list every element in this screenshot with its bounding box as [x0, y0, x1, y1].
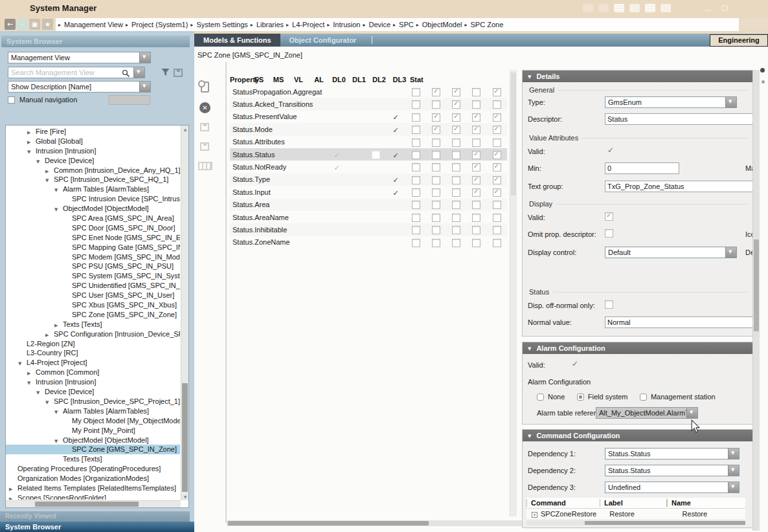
breadcrumb-item[interactable]: ▸ Libraries — [251, 21, 284, 28]
tree-item[interactable]: SPC Enet Node [GMS_SPC_IN_EnetN — [6, 233, 180, 243]
column-header[interactable]: DL3 — [389, 76, 410, 83]
tree-item[interactable]: Common [Common] — [6, 368, 180, 377]
tree-item[interactable]: Scopes [ScopesRootFolder] — [6, 493, 180, 500]
normal-value-field[interactable] — [605, 316, 753, 328]
tree-item[interactable]: SPC [Intrusion_Device_SPC_HQ_1] — [6, 175, 180, 184]
tree-item[interactable]: SPC Intrusion Device [SPC_Intrusion_ — [6, 194, 180, 204]
tree-expander-icon[interactable] — [54, 186, 63, 195]
checkbox-checked[interactable]: ✓ — [493, 163, 501, 172]
dropdown-button[interactable] — [728, 449, 739, 459]
scroll-down-icon[interactable]: ▼ — [183, 494, 188, 499]
tree-expander-icon[interactable] — [36, 388, 45, 398]
checkbox-unchecked[interactable] — [412, 176, 420, 184]
maximize-icon[interactable] — [721, 5, 728, 11]
property-row[interactable]: Status.Type ✓ ✓ ✓ — [230, 173, 507, 186]
dependency-dropdown[interactable]: Status.Status — [605, 448, 740, 460]
tree-item[interactable]: Intrusion [Intrusion] — [6, 377, 180, 387]
column-header[interactable]: AL — [309, 76, 329, 83]
checkbox-checked[interactable]: ✓ — [493, 126, 501, 134]
minimize-icon[interactable] — [705, 5, 711, 11]
tree-item[interactable]: Device [Device] — [6, 156, 180, 166]
tree-item[interactable]: SPC Unidentified [GMS_SPC_IN_Unid — [6, 281, 180, 291]
alarm-configuration-header[interactable]: ▼Alarm Configuration — [523, 342, 753, 354]
checkbox-checked[interactable]: ✓ — [472, 126, 480, 134]
breadcrumb-item[interactable]: ▸ SPC Zone — [465, 21, 504, 28]
property-row[interactable]: Status.Area — [230, 199, 507, 211]
checkbox-checked[interactable]: ✓ — [493, 176, 501, 184]
checkbox-checked[interactable]: ✓ — [472, 151, 480, 159]
list-layout-icon[interactable] — [614, 4, 624, 12]
property-row[interactable]: Status.Attributes — [230, 136, 507, 148]
descriptor-field[interactable] — [605, 113, 753, 125]
breadcrumb-item[interactable]: ▸ ObjectModel — [416, 21, 462, 28]
table-horizontal-scrollbar[interactable] — [227, 520, 570, 526]
checkbox-unchecked[interactable] — [452, 201, 460, 209]
tree-expander-icon[interactable] — [18, 359, 27, 369]
tree-item[interactable]: My Point [My_Point] — [6, 426, 180, 436]
checkbox-unchecked[interactable] — [452, 163, 460, 172]
min-field[interactable] — [605, 162, 679, 174]
dropdown-button[interactable] — [139, 82, 150, 92]
expand-icon[interactable]: + — [532, 512, 537, 518]
checkbox-checked[interactable]: ✓ — [472, 176, 480, 184]
tab[interactable]: Models & Functions — [194, 34, 280, 47]
radio-option[interactable]: Field system — [577, 393, 628, 401]
table-vertical-scrollbar[interactable] — [510, 70, 517, 516]
tree-item[interactable]: SPC System [GMS_SPC_IN_System] — [6, 271, 180, 281]
checkbox-unchecked[interactable] — [432, 239, 440, 247]
checkbox-checked[interactable]: ✓ — [493, 151, 501, 159]
checkbox-checked[interactable]: ✓ — [493, 188, 501, 197]
property-row[interactable]: Status.PresentValue ✓ ✓ ✓ ✓ ✓ — [230, 111, 507, 123]
scrollbar-thumb[interactable] — [228, 521, 429, 526]
column-header[interactable]: Command — [526, 499, 600, 507]
tree-item[interactable]: ObjectModel [ObjectModel] — [6, 204, 180, 214]
property-row[interactable]: Status.NotReady ✓ ✓ ✓ — [230, 161, 507, 173]
tree-item[interactable]: Alarm Tables [AlarmTables] — [6, 406, 180, 416]
checkbox-unchecked[interactable] — [432, 201, 440, 209]
tree-item[interactable]: Related Items Templates [RelatedItemsTem… — [6, 483, 180, 493]
checkbox-unchecked[interactable] — [472, 100, 480, 109]
display-control-dropdown[interactable]: Default — [605, 247, 737, 258]
layout-icon-1[interactable] — [583, 4, 593, 12]
checkbox-checked[interactable]: ✓ — [472, 113, 480, 122]
checkbox-unchecked[interactable] — [412, 139, 420, 147]
scroll-up-icon[interactable]: ▲ — [183, 127, 188, 131]
breadcrumb-item[interactable]: ▸ Device — [363, 21, 390, 28]
text-group-field[interactable] — [605, 181, 753, 192]
column-header[interactable]: Name — [667, 499, 691, 507]
tree-expander-icon[interactable] — [9, 494, 17, 500]
checkbox-unchecked[interactable] — [605, 229, 613, 238]
property-row[interactable]: Status.Inhibitable — [230, 223, 507, 236]
view-selector[interactable]: Management View — [8, 52, 151, 63]
tree-item[interactable]: L4-Project [Project] — [6, 358, 180, 368]
checkbox-unchecked[interactable] — [432, 188, 440, 197]
checkbox-checked[interactable]: ✓ — [432, 126, 440, 134]
checkbox-unchecked[interactable] — [605, 300, 613, 309]
property-row[interactable]: Status.Acked_Transitions ✓ — [230, 98, 507, 110]
column-header[interactable]: FS — [249, 76, 269, 83]
breadcrumb-item[interactable]: ▸ SPC — [393, 21, 414, 28]
checkbox-unchecked[interactable] — [432, 100, 440, 109]
tree-item[interactable]: SPC Configuration [Intrusion_Device_SPC_… — [6, 329, 180, 339]
tree-item[interactable]: SPC [Intrusion_Device_SPC_Project_1] — [6, 397, 180, 406]
property-row[interactable]: Status.AreaName — [230, 211, 507, 223]
checkbox-unchecked[interactable] — [452, 226, 460, 234]
engineering-mode-button[interactable]: Engineering — [710, 34, 768, 47]
tree-item[interactable]: SPC Mapping Gate [GMS_SPC_IN_Ma — [6, 243, 180, 252]
manual-navigation-button[interactable] — [109, 95, 150, 105]
checkbox-unchecked[interactable] — [493, 139, 501, 147]
import-model-icon[interactable] — [201, 82, 209, 93]
split-pane-icon[interactable] — [645, 4, 655, 12]
checkbox-unchecked[interactable] — [412, 201, 420, 209]
command-row[interactable]: +SPCZoneRestore Restore Restore — [526, 509, 745, 519]
save-search-icon[interactable] — [174, 68, 183, 80]
tree-item[interactable]: Fire [Fire] — [6, 127, 180, 137]
tree-item[interactable]: SPC PSU [GMS_SPC_IN_PSU] — [6, 261, 180, 271]
checkbox-unchecked[interactable] — [412, 151, 420, 159]
details-section-header[interactable]: ▼Details — [523, 71, 753, 82]
search-dropdown-button[interactable] — [133, 67, 144, 78]
checkbox-checked[interactable]: ✓ — [452, 126, 460, 134]
checkbox-unchecked[interactable] — [493, 100, 501, 109]
column-header[interactable]: DL1 — [349, 76, 369, 83]
dropdown-button[interactable] — [725, 247, 736, 258]
